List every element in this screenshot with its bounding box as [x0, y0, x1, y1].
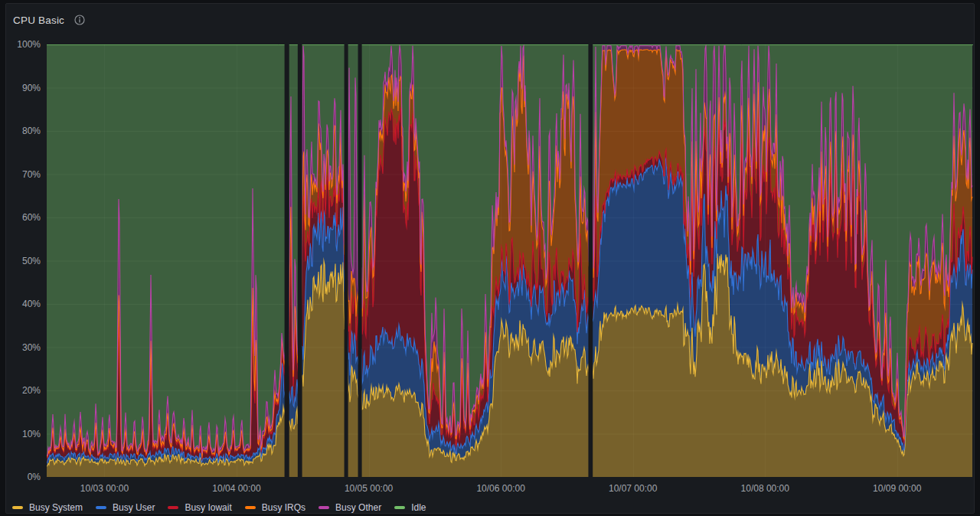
legend-label: Busy Other	[335, 501, 381, 514]
cpu-stacked-area-chart[interactable]	[47, 44, 973, 477]
cpu-basic-panel: CPU Basic 0%10%20%30%40%50%60%70%80%90%1…	[5, 3, 975, 514]
legend-label: Busy User	[113, 501, 155, 514]
legend-swatch	[394, 506, 405, 509]
y-tick-label: 100%	[5, 39, 41, 50]
x-tick-label: 10/07 00:00	[595, 483, 671, 495]
x-tick-label: 10/04 00:00	[198, 483, 275, 495]
x-tick-label: 10/06 00:00	[462, 483, 539, 495]
legend-item-busy-irqs[interactable]: Busy IRQs	[245, 501, 305, 514]
y-tick-label: 70%	[5, 169, 41, 180]
x-tick-label: 10/08 00:00	[727, 483, 803, 495]
legend-label: Busy System	[29, 501, 83, 514]
legend-label: Busy IRQs	[262, 501, 305, 514]
x-tick-label: 10/05 00:00	[331, 483, 407, 495]
y-tick-label: 10%	[5, 429, 41, 439]
y-tick-label: 80%	[5, 126, 41, 136]
legend-label: Busy Iowait	[185, 501, 231, 514]
legend-swatch	[168, 506, 178, 509]
legend-item-busy-iowait[interactable]: Busy Iowait	[168, 501, 231, 514]
legend-swatch	[318, 506, 329, 509]
y-tick-label: 90%	[5, 83, 41, 93]
y-tick-label: 20%	[5, 385, 41, 396]
legend: Busy SystemBusy UserBusy IowaitBusy IRQs…	[12, 501, 426, 514]
legend-item-busy-user[interactable]: Busy User	[96, 501, 155, 514]
y-tick-label: 50%	[5, 256, 41, 266]
x-tick-label: 10/03 00:00	[66, 483, 142, 495]
y-tick-label: 60%	[5, 212, 41, 223]
legend-item-busy-system[interactable]: Busy System	[12, 501, 83, 514]
x-tick-label: 10/09 00:00	[859, 483, 936, 495]
legend-item-idle[interactable]: Idle	[394, 501, 426, 514]
legend-swatch	[12, 506, 23, 509]
y-tick-label: 30%	[5, 342, 41, 353]
legend-item-busy-other[interactable]: Busy Other	[318, 501, 381, 514]
y-tick-label: 0%	[5, 472, 41, 482]
legend-swatch	[245, 506, 256, 509]
y-tick-label: 40%	[5, 299, 41, 309]
legend-label: Idle	[411, 501, 426, 514]
chart-area: 0%10%20%30%40%50%60%70%80%90%100% 10/03 …	[6, 4, 974, 513]
legend-swatch	[96, 506, 106, 509]
